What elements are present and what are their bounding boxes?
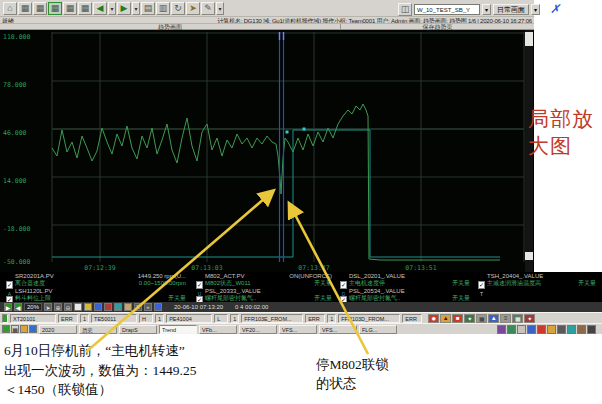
svg-text:46.000: 46.000 bbox=[3, 129, 27, 137]
start-icon[interactable] bbox=[2, 325, 10, 333]
zoom-level[interactable]: 20% bbox=[24, 303, 42, 311]
svg-text:-50.000: -50.000 bbox=[3, 258, 30, 266]
taskbar-window-button[interactable]: FLG... bbox=[359, 325, 397, 334]
tray-icon[interactable] bbox=[577, 325, 586, 334]
tray-icon[interactable] bbox=[517, 325, 526, 334]
display-icon[interactable]: ▦ bbox=[476, 314, 487, 323]
pen-yellow-icon[interactable] bbox=[84, 303, 92, 311]
alarm-state[interactable]: ERR bbox=[402, 314, 422, 323]
rewind-icon[interactable]: ◀ bbox=[14, 303, 22, 311]
alarm-tag[interactable]: FFR103D_FROM... bbox=[338, 314, 400, 323]
taskbar-window-button[interactable]: VFb... bbox=[199, 325, 237, 334]
alarm-summary-icon[interactable]: ✹ bbox=[428, 314, 439, 323]
alarm-tag[interactable]: FFR103E_FROM... bbox=[241, 314, 303, 323]
daily-display-button[interactable]: 日常画面 bbox=[493, 4, 529, 15]
chart-select-icon[interactable]: ◫ bbox=[398, 3, 412, 16]
forward-dropdown-icon[interactable]: ▾ bbox=[132, 2, 140, 15]
display-icon[interactable]: ▦ bbox=[63, 2, 77, 15]
tray-icon[interactable] bbox=[567, 325, 576, 334]
display-icon[interactable]: ▦ bbox=[33, 2, 47, 15]
trend-chart[interactable]: 110.00078.00046.00014.000-18.000-50.0000… bbox=[0, 30, 534, 272]
taskbar-window-button[interactable]: VF20... bbox=[239, 325, 277, 334]
message-icon[interactable]: ≡ bbox=[500, 314, 511, 323]
tools-icon[interactable]: ✎ bbox=[201, 2, 215, 15]
pen-tan-icon[interactable] bbox=[124, 303, 132, 311]
alarm-state[interactable]: ERR bbox=[305, 314, 325, 323]
tools-dropdown-icon[interactable]: ▾ bbox=[216, 2, 224, 15]
taskbar-window-button[interactable]: 历史 bbox=[79, 325, 117, 334]
tray-icon[interactable] bbox=[537, 325, 546, 334]
help-icon[interactable]: ✦ bbox=[524, 314, 535, 323]
tray-icon[interactable] bbox=[527, 325, 536, 334]
forward-icon[interactable]: ▶ bbox=[117, 2, 131, 15]
combo-dropdown-icon[interactable]: ▾ bbox=[482, 4, 491, 15]
display-icon[interactable]: ▦ bbox=[78, 2, 92, 15]
alarm-priority-icon[interactable]: 1 bbox=[80, 314, 89, 323]
legend-desc: M802状态_W011 bbox=[205, 280, 251, 287]
alarm-token-strip: XT20101ERR1TE50011H1PE41004L1FFR103E_FRO… bbox=[2, 314, 422, 323]
alarm-ack-icon[interactable]: ■ bbox=[452, 314, 463, 323]
page-icon[interactable]: ▤ bbox=[141, 2, 155, 15]
page-dropdown-icon[interactable]: ▾ bbox=[531, 4, 540, 15]
station-icon[interactable]: ▦ bbox=[512, 314, 523, 323]
tray-icon[interactable] bbox=[587, 325, 596, 334]
legend-tag: SR20201A.PV bbox=[15, 273, 54, 280]
pen-blue-icon[interactable] bbox=[94, 303, 102, 311]
trend-icon[interactable]: ▲ bbox=[488, 314, 499, 323]
tray-icon[interactable] bbox=[507, 325, 516, 334]
alarm-state[interactable]: H bbox=[139, 314, 153, 323]
legend-tag: TSH_20404_.VALUE bbox=[487, 273, 543, 280]
quicklaunch-icon[interactable] bbox=[20, 325, 28, 333]
tray-icon[interactable] bbox=[497, 325, 506, 334]
pen-teal-icon[interactable] bbox=[114, 303, 122, 311]
taskbar-window-button-trend[interactable]: Trend bbox=[159, 325, 197, 334]
alarm-priority-icon[interactable]: 1 bbox=[230, 314, 239, 323]
tray-icon[interactable] bbox=[547, 325, 556, 334]
alarm-state[interactable]: ERR bbox=[58, 314, 78, 323]
app-logo-icon[interactable]: ✗ bbox=[550, 2, 560, 16]
list-icon[interactable]: ≡ bbox=[134, 303, 142, 311]
zoom-in-icon[interactable]: ⊕ bbox=[54, 303, 62, 311]
home-icon[interactable]: ⌂ bbox=[3, 2, 17, 15]
refresh-icon[interactable]: ↻ bbox=[171, 2, 185, 15]
status-session-info: 计算机名: DG130 域: Gu1(造粒机操作域) 操作小组: Team000… bbox=[218, 17, 532, 23]
desktop-taskbar: ▦ 2020历史DrapSTrendVFb...VF20...VFS...VFS… bbox=[0, 323, 602, 334]
taskbar-window-button[interactable]: 2020 bbox=[39, 325, 77, 334]
pen-white-icon[interactable] bbox=[74, 303, 82, 311]
legend-checkbox[interactable]: ✓ bbox=[478, 281, 485, 289]
legend-desc: 离合器速度 bbox=[15, 280, 45, 287]
alarm-priority-icon[interactable]: 1 bbox=[327, 314, 336, 323]
range-icon[interactable] bbox=[154, 303, 162, 311]
alarm-tag[interactable]: XT20101 bbox=[10, 314, 56, 323]
taskbar-window-button[interactable]: VFS... bbox=[279, 325, 317, 334]
alarm-priority-icon[interactable]: 1 bbox=[155, 314, 164, 323]
taskbar-window-button[interactable]: VFS... bbox=[319, 325, 357, 334]
alarm-tag[interactable]: PE41004 bbox=[166, 314, 212, 323]
alert-icon[interactable]: ▲ bbox=[440, 314, 451, 323]
legend-entry: ✓TTSH_20404_.VALUE主减速润滑油温度高开关量 bbox=[478, 273, 596, 297]
scrollbar-arrow[interactable] bbox=[525, 252, 533, 260]
trend-plot[interactable]: 110.00078.00046.00014.000-18.000-50.0000… bbox=[0, 30, 534, 272]
alarm-tag[interactable]: TE50011 bbox=[91, 314, 137, 323]
pan-icon[interactable]: ➤ bbox=[44, 303, 52, 311]
back-dropdown-icon[interactable]: ▾ bbox=[108, 2, 116, 15]
quicklaunch-icon[interactable] bbox=[29, 325, 37, 333]
pointer-icon[interactable]: ➤ bbox=[186, 2, 200, 15]
expand-icon[interactable]: » bbox=[144, 303, 152, 311]
tray-icon[interactable] bbox=[557, 325, 566, 334]
back-icon[interactable]: ◀ bbox=[93, 2, 107, 15]
annotation-line: 6月10日停机前，“主电机转速” bbox=[4, 341, 196, 361]
zoom-out-icon[interactable]: ⊖ bbox=[64, 303, 72, 311]
quicklaunch-icon[interactable]: ▦ bbox=[11, 325, 19, 333]
play-icon[interactable]: ▶ bbox=[4, 303, 12, 311]
display-icon[interactable]: ▦ bbox=[18, 2, 32, 15]
pen-red-icon[interactable] bbox=[104, 303, 112, 311]
event-icon[interactable]: ✦ bbox=[464, 314, 475, 323]
page-icon[interactable]: ▥ bbox=[156, 2, 170, 15]
taskbar-window-button[interactable]: DrapS bbox=[119, 325, 157, 334]
alarm-state[interactable]: L bbox=[214, 314, 228, 323]
display-combo-input[interactable]: W_10_TEST_SB_Y bbox=[414, 4, 480, 15]
trend-view-icon[interactable]: ▦ bbox=[48, 2, 62, 15]
scrollbar-thumb[interactable] bbox=[525, 32, 533, 46]
annotation-line: 的状态 bbox=[316, 374, 389, 393]
